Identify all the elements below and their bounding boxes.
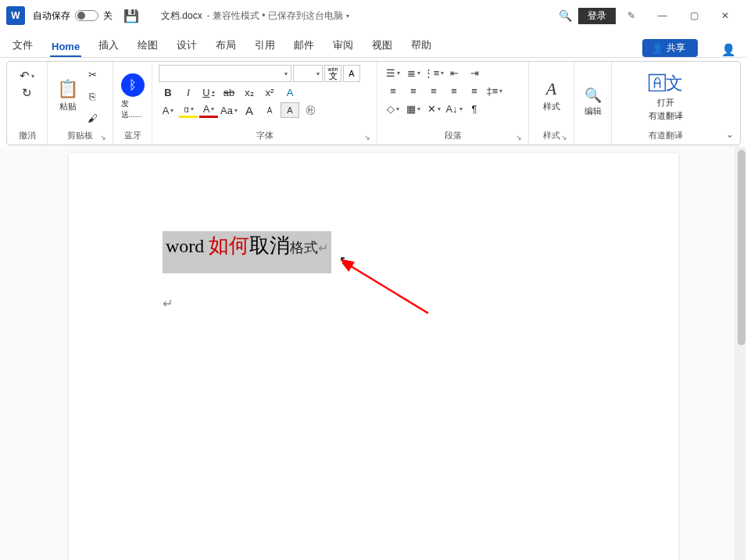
launcher-icon[interactable]: ↘ [561,134,567,141]
styles-button[interactable]: A 样式 [540,65,563,128]
bluetooth-icon: ᛒ [121,73,145,97]
text-small: 格式 [290,240,318,255]
shading-button[interactable]: ◇ [384,101,402,116]
highlight-button[interactable]: ꭤ [179,102,198,118]
status-chevron-icon[interactable]: ▾ [346,12,349,20]
tab-design[interactable]: 设计 [175,38,198,57]
tab-draw[interactable]: 绘图 [136,38,159,57]
launcher-icon[interactable]: ↘ [516,134,522,141]
group-clipboard-label: 剪贴板↘ [54,128,106,143]
group-bt-label: 蓝牙 [120,128,145,143]
subscript-button[interactable]: x₂ [240,84,259,100]
bullets-button[interactable]: ☰ [384,65,402,80]
multilevel-button[interactable]: ⋮≡ [424,65,443,80]
numbering-button[interactable]: ≣ [404,65,423,80]
redo-button[interactable]: ↻ [20,85,35,101]
scrollbar-thumb[interactable] [738,150,745,345]
align-center-button[interactable]: ≡ [404,83,423,98]
tab-insert[interactable]: 插入 [97,38,120,57]
text-red: 如何 [209,234,249,257]
group-clipboard: 📋 粘贴 ✂ ⎘ 🖌 剪贴板↘ [48,62,113,144]
bold-button[interactable]: B [159,84,177,100]
editing-button[interactable]: 🔍 编辑 [581,65,605,140]
format-painter-button[interactable]: 🖌 [84,110,100,126]
toggle-icon [75,10,98,21]
text-effects-button[interactable]: A [281,84,299,100]
collab-icon[interactable]: 👤 [721,43,736,57]
collapse-ribbon-icon[interactable]: ⌄ [726,129,734,140]
font-color-button[interactable]: A [199,102,218,118]
selected-text[interactable]: word 如何取消格式↵ [163,231,331,273]
document-title[interactable]: 文档.docx [161,9,202,23]
borders-button[interactable]: ▦ [404,101,423,116]
font-size-select[interactable] [293,65,323,82]
shrink-font-button[interactable]: A [260,102,279,118]
minimize-button[interactable]: — [647,3,678,28]
increase-indent-button[interactable]: ⇥ [465,65,484,80]
share-label: 共享 [667,41,685,55]
ribbon-display-button[interactable]: ✎ [616,3,647,28]
search-icon[interactable]: 🔍 [559,9,572,22]
font-family-select[interactable] [159,65,291,82]
cut-button[interactable]: ✂ [84,67,100,83]
translate-button[interactable]: 🄰文 打开 有道翻译 [645,65,686,128]
group-translate: 🄰文 打开 有道翻译 有道翻译 [612,62,720,144]
justify-button[interactable]: ≡ [445,83,463,98]
group-paragraph: ☰ ≣ ⋮≡ ⇤ ⇥ ≡ ≡ ≡ ≡ ≡ ‡≡ ◇ ▦ ✕ A↓ ¶ 段 [377,62,529,144]
underline-button[interactable]: U [199,84,218,100]
align-left-button[interactable]: ≡ [384,83,402,98]
login-button[interactable]: 登录 [578,8,616,24]
undo-button[interactable]: ↶ [20,68,35,84]
decrease-indent-button[interactable]: ⇤ [445,65,463,80]
distribute-button[interactable]: ≡ [465,83,484,98]
enclose-char-button[interactable]: ㊓ [301,102,320,118]
show-marks-button[interactable]: ¶ [465,101,484,116]
superscript-button[interactable]: x² [260,84,279,100]
bluetooth-send-button[interactable]: ᛒ 发送...... [118,65,148,128]
group-para-label: 段落↘ [384,128,522,143]
autosave-state: 关 [103,9,113,23]
arrow-annotation-icon [342,259,436,321]
launcher-icon[interactable]: ↘ [364,134,370,141]
tab-home[interactable]: Home [50,41,81,57]
word-app-icon: W [6,6,25,25]
group-bluetooth: ᛒ 发送...... 蓝牙 [113,62,152,144]
document-status[interactable]: - 兼容性模式 • 已保存到这台电脑 [207,9,343,23]
group-undo-label: 撤消 [13,128,41,143]
autosave-label: 自动保存 [33,9,70,23]
italic-button[interactable]: I [179,84,198,100]
autosave-toggle[interactable]: 自动保存 关 [33,9,113,23]
launcher-icon[interactable]: ↘ [100,134,106,141]
translate-label2: 有道翻译 [649,110,683,122]
paste-button[interactable]: 📋 粘贴 [54,65,81,128]
strikethrough-button[interactable]: ab [220,84,238,100]
document-page[interactable]: word 如何取消格式↵ ↵ ↖ [69,153,678,560]
tab-help[interactable]: 帮助 [409,38,433,57]
line-spacing-button[interactable]: ‡≡ [485,83,504,98]
search-icon: 🔍 [584,87,602,104]
save-icon[interactable]: 💾 [123,9,139,23]
close-button[interactable]: ✕ [709,3,741,28]
copy-button[interactable]: ⎘ [84,88,100,104]
group-styles: A 样式 样式↘ [529,62,574,144]
grow-font-button[interactable]: A [240,102,259,118]
tab-file[interactable]: 文件 [11,38,34,57]
editing-label: 编辑 [584,105,602,117]
char-shading-button[interactable]: A [281,102,299,118]
align-right-button[interactable]: ≡ [424,83,443,98]
asian-layout-button[interactable]: ✕ [424,101,443,116]
change-case-button[interactable]: Aa [220,102,238,118]
tab-layout[interactable]: 布局 [214,38,238,57]
tab-view[interactable]: 视图 [370,38,394,57]
tab-mail[interactable]: 邮件 [292,38,316,57]
phonetic-guide-button[interactable]: wén文 [324,65,341,82]
char-border-button[interactable]: A [343,65,360,82]
font-glow-button[interactable]: A [159,102,177,118]
styles-icon: A [546,79,556,99]
tab-review[interactable]: 审阅 [331,38,355,57]
maximize-button[interactable]: ▢ [678,3,709,28]
tab-references[interactable]: 引用 [253,38,277,57]
share-button[interactable]: 👤 共享 [642,39,698,57]
group-font-label: 字体↘ [159,128,370,143]
sort-button[interactable]: A↓ [445,101,463,116]
